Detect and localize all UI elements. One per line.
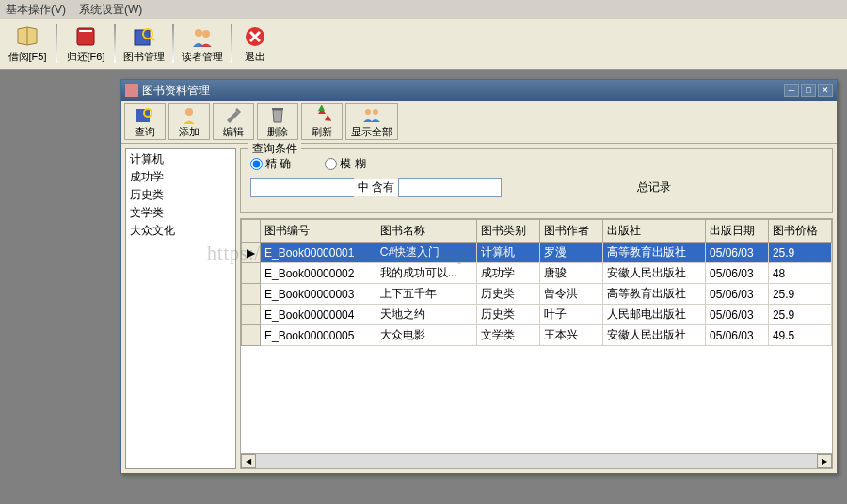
- svg-rect-1: [79, 30, 92, 32]
- child-window: 图书资料管理 ─ □ ✕ 查询 添加 编辑 删除 刷新 显示全部 计算机 成功学…: [120, 79, 838, 474]
- col-id[interactable]: 图书编号: [261, 220, 376, 243]
- minimize-button[interactable]: ─: [784, 84, 799, 97]
- svg-rect-11: [272, 108, 283, 110]
- svg-point-5: [195, 29, 202, 37]
- users-icon: [189, 24, 216, 50]
- edit-button[interactable]: 编辑: [213, 103, 254, 140]
- table-row[interactable]: E_Book00000002我的成功可以...成功学唐骏安徽人民出版社05/06…: [242, 263, 832, 284]
- main-toolbar: 借阅[F5] 归还[F6] 图书管理 读者管理 退出: [0, 19, 847, 70]
- query-button[interactable]: 查询: [124, 103, 166, 140]
- refresh-button[interactable]: 刷新: [301, 103, 343, 140]
- scroll-left-icon[interactable]: ◀: [241, 454, 256, 468]
- contains-label: 中 含有: [358, 180, 394, 196]
- table-row[interactable]: E_Book00000003上下五千年历史类曾令洪高等教育出版社05/06/03…: [242, 284, 832, 305]
- menu-settings[interactable]: 系统设置(W): [79, 2, 142, 18]
- exit-button[interactable]: 退出: [235, 21, 275, 67]
- borrow-button[interactable]: 借阅[F5]: [2, 21, 53, 67]
- group-icon: [360, 104, 383, 125]
- maximize-button[interactable]: □: [801, 84, 816, 97]
- table-row[interactable]: E_Book00000004天地之约历史类叶子人民邮电出版社05/06/0325…: [242, 305, 832, 325]
- row-header: [242, 325, 261, 346]
- row-header: ▶: [242, 243, 261, 263]
- book-red-icon: [72, 24, 99, 50]
- query-title: 查询条件: [248, 141, 301, 157]
- tree-item[interactable]: 计算机: [128, 150, 233, 168]
- menubar: 基本操作(V) 系统设置(W): [0, 0, 847, 19]
- table-row[interactable]: E_Book00000005大众电影文学类王本兴安徽人民出版社05/06/034…: [242, 325, 832, 346]
- close-window-button[interactable]: ✕: [818, 84, 833, 97]
- category-tree: 计算机 成功学 历史类 文学类 大众文化: [125, 148, 236, 469]
- recycle-icon: [312, 104, 332, 125]
- col-name[interactable]: 图书名称: [376, 220, 476, 243]
- tree-item[interactable]: 大众文化: [128, 222, 233, 240]
- window-icon: [125, 84, 138, 97]
- book-search-icon: [131, 24, 157, 50]
- horizontal-scrollbar[interactable]: ◀ ▶: [241, 453, 832, 468]
- menu-basic[interactable]: 基本操作(V): [6, 2, 66, 18]
- reader-manage-button[interactable]: 读者管理: [177, 21, 228, 67]
- col-price[interactable]: 图书价格: [768, 220, 831, 243]
- row-header: [242, 263, 261, 284]
- person-add-icon: [179, 104, 200, 125]
- data-grid: 图书编号 图书名称 图书类别 图书作者 出版社 出版日期 图书价格 ▶E_Boo…: [240, 218, 833, 469]
- radio-exact[interactable]: 精 确: [250, 156, 291, 172]
- svg-line-4: [151, 37, 154, 40]
- show-all-button[interactable]: 显示全部: [345, 103, 398, 140]
- add-button[interactable]: 添加: [168, 103, 210, 140]
- return-button[interactable]: 归还[F6]: [60, 21, 111, 67]
- total-label: 总记录: [637, 180, 671, 196]
- col-date[interactable]: 出版日期: [705, 220, 768, 243]
- scroll-right-icon[interactable]: ▶: [817, 454, 832, 468]
- query-groupbox: 查询条件 精 确 模 糊 ▼ 中 含有 总记录: [240, 148, 833, 213]
- row-header: [242, 305, 261, 325]
- col-pub[interactable]: 出版社: [602, 220, 705, 243]
- svg-point-6: [202, 30, 210, 38]
- close-icon: [242, 24, 268, 50]
- row-header: [242, 284, 261, 305]
- col-cat[interactable]: 图书类别: [476, 220, 539, 243]
- trash-icon: [267, 104, 288, 125]
- book-open-icon: [14, 24, 40, 50]
- keyword-input[interactable]: [398, 178, 502, 197]
- svg-point-10: [185, 108, 193, 116]
- svg-point-12: [365, 109, 371, 115]
- titlebar: 图书资料管理 ─ □ ✕: [121, 80, 837, 101]
- mdi-area: 图书资料管理 ─ □ ✕ 查询 添加 编辑 删除 刷新 显示全部 计算机 成功学…: [0, 70, 847, 504]
- field-combo[interactable]: ▼: [250, 178, 354, 197]
- tree-item[interactable]: 历史类: [128, 186, 233, 204]
- row-header-corner: [242, 220, 261, 243]
- col-author[interactable]: 图书作者: [539, 220, 602, 243]
- table-row[interactable]: ▶E_Book00000001C#快速入门计算机罗漫高等教育出版社05/06/0…: [242, 243, 832, 263]
- tools-icon: [223, 104, 244, 125]
- svg-point-13: [373, 109, 378, 115]
- book-manage-button[interactable]: 图书管理: [119, 21, 169, 67]
- tree-item[interactable]: 文学类: [128, 204, 233, 222]
- tree-item[interactable]: 成功学: [128, 168, 233, 186]
- window-title: 图书资料管理: [142, 83, 784, 99]
- search-icon: [135, 104, 155, 125]
- delete-button[interactable]: 删除: [257, 103, 298, 140]
- radio-fuzzy[interactable]: 模 糊: [325, 156, 365, 172]
- child-toolbar: 查询 添加 编辑 删除 刷新 显示全部: [121, 101, 837, 144]
